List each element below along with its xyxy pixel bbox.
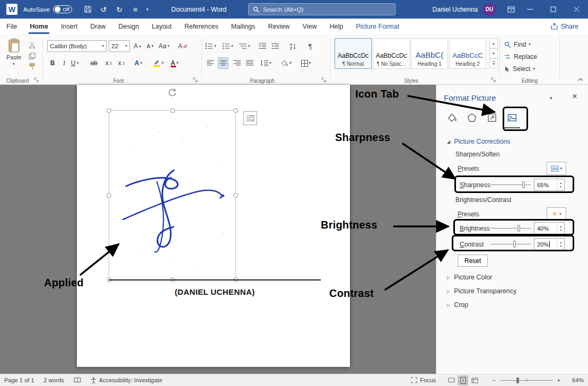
tab-help[interactable]: Help [323, 19, 349, 34]
shading-button[interactable]: ▾ [280, 57, 292, 69]
italic-button[interactable]: I [59, 57, 69, 69]
customize-quick-access-button[interactable]: ≡ [128, 2, 142, 17]
pane-options-chevron-icon[interactable]: ▾ [550, 95, 552, 101]
user-name[interactable]: Daniel Uchenna [433, 6, 478, 13]
style-normal[interactable]: AaBbCcDc ¶ Normal [335, 38, 372, 69]
highlight-color-button[interactable]: ▾ [150, 57, 166, 69]
close-window-button[interactable] [565, 0, 588, 19]
tab-home[interactable]: Home [23, 19, 55, 34]
tab-mailings[interactable]: Mailings [225, 19, 262, 34]
presets-sharpen-dropdown[interactable]: ▾ [547, 162, 566, 175]
resize-handle[interactable] [233, 193, 238, 198]
superscript-button[interactable]: x2 [116, 57, 127, 69]
multilevel-list-button[interactable]: ▾ [239, 40, 250, 52]
proofing-button[interactable] [74, 377, 81, 383]
find-button[interactable]: Find ▾ [504, 39, 531, 50]
strikethrough-button[interactable]: ab [89, 57, 99, 69]
minimize-button[interactable] [518, 0, 541, 19]
select-button[interactable]: Select ▾ [504, 64, 535, 74]
read-mode-button[interactable] [446, 375, 457, 385]
redo-button[interactable]: ↻ [112, 2, 126, 17]
format-painter-button[interactable] [27, 62, 37, 71]
accessibility-checker[interactable]: Accessibility: Investigate [91, 377, 162, 384]
layout-properties-tab[interactable] [482, 107, 502, 128]
word-app-icon[interactable]: W [6, 4, 17, 15]
selected-signature-image[interactable] [109, 110, 236, 280]
print-layout-button[interactable] [458, 375, 468, 385]
line-spacing-button[interactable]: ▾ [260, 57, 271, 69]
avatar[interactable]: DU [483, 3, 496, 16]
tab-insert[interactable]: Insert [55, 19, 84, 34]
bold-button[interactable]: B [47, 57, 58, 69]
tab-file[interactable]: File [0, 19, 23, 34]
styles-scroll-up-button[interactable]: ▴ [489, 38, 498, 48]
font-dialog-launcher[interactable] [193, 77, 199, 83]
tab-view[interactable]: View [296, 19, 323, 34]
document-page[interactable]: (DANIEL UCHENNA) [77, 85, 350, 367]
subscript-button[interactable]: x2 [103, 57, 114, 69]
rotate-handle[interactable] [168, 88, 177, 98]
picture-color-section[interactable]: ▷ Picture Color [447, 274, 492, 281]
font-color-button[interactable]: A ▾ [169, 57, 180, 69]
tab-design[interactable]: Design [112, 19, 145, 34]
tab-references[interactable]: References [178, 19, 225, 34]
focus-button[interactable]: Focus [411, 377, 436, 383]
picture-transparency-section[interactable]: ▷ Picture Transparency [447, 287, 516, 295]
grow-font-button[interactable]: A▴ [132, 40, 143, 52]
bullets-button[interactable]: ▾ [205, 40, 216, 52]
pane-close-button[interactable]: × [569, 91, 581, 102]
effects-tab[interactable] [462, 107, 482, 128]
show-paragraph-marks-button[interactable]: ¶ [305, 40, 315, 52]
styles-dialog-launcher[interactable] [491, 77, 497, 83]
replace-button[interactable]: Replace [504, 51, 537, 62]
tab-draw[interactable]: Draw [84, 19, 112, 34]
tab-picture-format[interactable]: Picture Format [349, 19, 406, 34]
paragraph-dialog-launcher[interactable] [321, 77, 327, 83]
sort-button[interactable] [287, 40, 297, 52]
clipboard-dialog-launcher[interactable] [34, 77, 40, 83]
maximize-button[interactable] [541, 0, 565, 19]
style-heading-1[interactable]: AaBbC( Heading 1 [411, 38, 448, 69]
style-no-spacing[interactable]: AaBbCcDc ¶ No Spac... [373, 38, 410, 69]
zoom-in-button[interactable]: + [557, 377, 560, 383]
font-name-combo[interactable]: Calibri (Body) ▾ [47, 40, 107, 52]
ribbon-display-options-button[interactable] [504, 2, 518, 17]
styles-more-button[interactable]: ▾ [489, 58, 498, 68]
zoom-level[interactable]: 64% [566, 377, 584, 383]
web-layout-button[interactable] [469, 375, 480, 385]
text-effects-button[interactable]: A▾ [133, 57, 144, 69]
crop-section[interactable]: ▷ Crop [447, 301, 468, 309]
clear-formatting-button[interactable]: A [178, 40, 188, 52]
autosave-control[interactable]: AutoSave Off [23, 0, 72, 19]
justify-button[interactable] [244, 57, 255, 69]
undo-button[interactable]: ↺ [96, 2, 110, 17]
zoom-thumb[interactable] [516, 378, 519, 383]
zoom-slider[interactable] [500, 375, 553, 385]
picture-corrections-section[interactable]: ◢ Picture Corrections [447, 138, 510, 145]
share-button[interactable]: Share [541, 19, 588, 34]
fill-line-tab[interactable] [442, 107, 462, 128]
collapse-ribbon-button[interactable] [577, 77, 584, 82]
resize-handle[interactable] [107, 193, 111, 198]
align-center-button[interactable] [218, 57, 229, 69]
styles-scroll-down-button[interactable]: ▾ [489, 48, 498, 58]
font-size-combo[interactable]: 22 ▾ [109, 40, 130, 52]
copy-button[interactable] [27, 51, 37, 60]
align-right-button[interactable] [232, 57, 242, 69]
word-count[interactable]: 2 words [43, 377, 64, 383]
autosave-toggle[interactable]: Off [53, 5, 72, 13]
resize-handle[interactable] [170, 108, 175, 113]
paste-button[interactable]: Paste ▾ [3, 38, 24, 75]
save-button[interactable] [81, 2, 94, 17]
search-input[interactable] [263, 6, 391, 13]
tab-review[interactable]: Review [262, 19, 296, 34]
layout-options-button[interactable] [243, 111, 257, 125]
reset-button[interactable]: Reset [458, 255, 488, 267]
decrease-indent-button[interactable] [257, 40, 268, 52]
resize-handle[interactable] [233, 108, 238, 113]
quick-access-chevron-icon[interactable]: ▾ [144, 2, 151, 17]
tab-layout[interactable]: Layout [145, 19, 178, 34]
shrink-font-button[interactable]: A▾ [145, 40, 155, 52]
borders-button[interactable]: ▾ [301, 57, 311, 69]
align-left-button[interactable] [205, 57, 216, 69]
